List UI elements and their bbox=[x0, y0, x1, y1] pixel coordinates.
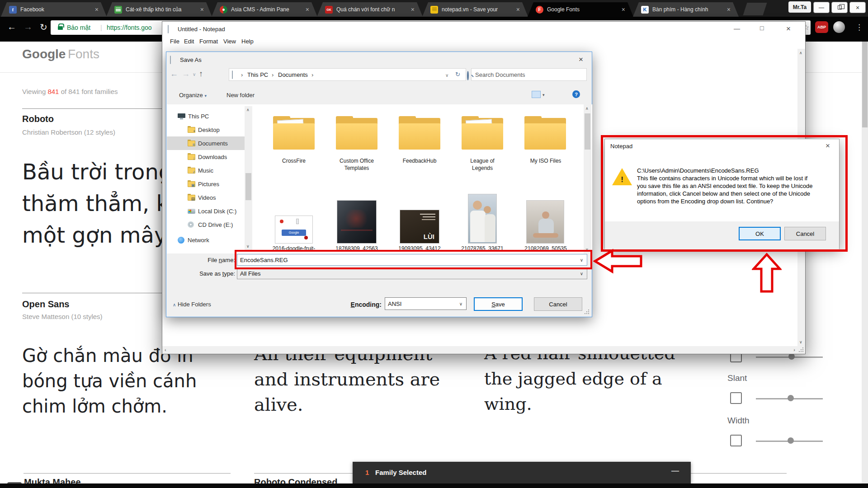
notepad-close-icon[interactable]: × bbox=[786, 24, 791, 33]
scroll-down-icon[interactable]: ∨ bbox=[799, 340, 802, 344]
forward-icon[interactable]: → bbox=[24, 22, 33, 32]
hide-folders-button[interactable]: ∧ Hide Folders bbox=[173, 301, 211, 308]
collapse-bar-icon[interactable]: — bbox=[671, 466, 679, 475]
scroll-up-icon[interactable]: ∧ bbox=[799, 51, 802, 55]
font-name-open-sans[interactable]: Open Sans bbox=[22, 299, 69, 310]
right-sample-line[interactable]: the jagged edge of a bbox=[484, 369, 662, 389]
help-icon[interactable]: ? bbox=[572, 90, 580, 98]
scroll-right-icon[interactable]: › bbox=[793, 347, 795, 352]
dialog-close-icon[interactable]: × bbox=[579, 55, 583, 64]
tab-notepad-vn[interactable]: notepad.vn - Save your × bbox=[422, 2, 528, 17]
sidebar-item-this-pc[interactable]: This PC bbox=[178, 109, 209, 123]
width-checkbox[interactable] bbox=[730, 435, 742, 446]
file-thumbnail-doodle[interactable]: Google bbox=[275, 216, 313, 244]
page-scrollbar-thumb[interactable] bbox=[862, 42, 868, 127]
tab-dan-news[interactable]: Cát-xê thấp khó tin của × bbox=[106, 2, 212, 17]
nav-back-icon[interactable]: ← bbox=[170, 69, 178, 79]
extension-sphere-icon[interactable] bbox=[833, 21, 845, 33]
folder-crossfire[interactable] bbox=[273, 116, 315, 150]
refresh-icon[interactable]: ↻ bbox=[455, 71, 460, 78]
tab-gk-news[interactable]: GK Quá chán với font chữ n × bbox=[317, 2, 423, 17]
scroll-left-icon[interactable]: ‹ bbox=[165, 347, 166, 352]
sidebar-item-pictures[interactable]: ▣Pictures bbox=[188, 177, 219, 191]
organize-button[interactable]: Organize ▾ bbox=[179, 92, 207, 99]
middle-sample-line[interactable]: and instruments are bbox=[254, 369, 440, 389]
back-icon[interactable]: ← bbox=[7, 22, 16, 32]
tab-asia-cms[interactable]: Asia CMS - Admin Pane × bbox=[212, 2, 317, 17]
view-mode-icon[interactable] bbox=[532, 91, 541, 98]
window-minimize-button[interactable]: — bbox=[813, 2, 830, 13]
tab-close-icon[interactable]: × bbox=[95, 6, 99, 13]
roboto-sample-line[interactable]: một gợn mây. bbox=[22, 222, 171, 248]
google-fonts-logo[interactable]: Google Fonts bbox=[22, 47, 99, 61]
sidebar-item-network[interactable]: Network bbox=[178, 233, 209, 247]
nav-history-icon[interactable]: ∨ bbox=[193, 72, 196, 77]
sidebar-scrollbar[interactable]: ∧ ∨ bbox=[245, 106, 252, 250]
sidebar-item-local-disk[interactable]: Local Disk (C:) bbox=[188, 204, 236, 218]
sidebar-item-cd-drive[interactable]: CD Drive (E:) bbox=[188, 218, 233, 231]
browser-menu-icon[interactable]: ⋮ bbox=[855, 23, 863, 32]
adblock-icon[interactable]: ABP bbox=[815, 21, 828, 33]
scroll-up-icon[interactable]: ∧ bbox=[246, 108, 250, 112]
breadcrumb[interactable]: › This PC › Documents › ∨ ↻ bbox=[229, 68, 466, 81]
notepad-minimize-icon[interactable]: — bbox=[734, 25, 740, 32]
notepad-maximize-icon[interactable]: □ bbox=[760, 24, 764, 32]
menu-format[interactable]: Format bbox=[199, 38, 218, 45]
combo-chevron-icon[interactable]: ∨ bbox=[580, 271, 583, 276]
tab-close-icon[interactable]: × bbox=[622, 6, 625, 13]
window-restore-button[interactable] bbox=[831, 2, 848, 13]
file-thumbnail-keyboard[interactable] bbox=[337, 200, 377, 244]
dialog-resize-grip[interactable] bbox=[585, 313, 585, 314]
combo-chevron-icon[interactable]: ∨ bbox=[459, 301, 462, 306]
slant-checkbox[interactable] bbox=[730, 392, 742, 404]
sidebar-item-downloads[interactable]: ↓Downloads bbox=[188, 150, 227, 164]
scrollbar-thumb[interactable] bbox=[585, 113, 590, 150]
tab-keyboard-shop[interactable]: K Bàn phím - Hàng chính × bbox=[633, 2, 739, 17]
search-box[interactable]: Search Documents bbox=[471, 68, 587, 81]
notepad-horizontal-scrollbar[interactable]: ‹ › bbox=[162, 346, 797, 354]
folder-feedbackhub[interactable] bbox=[399, 116, 440, 150]
filter-slider-thumb[interactable] bbox=[788, 353, 795, 360]
encoding-select[interactable]: ANSI ∨ bbox=[385, 297, 467, 310]
new-tab-button[interactable] bbox=[743, 3, 767, 15]
save-button[interactable]: Save bbox=[474, 297, 523, 311]
scrollbar-thumb[interactable] bbox=[245, 173, 251, 200]
breadcrumb-this-pc[interactable]: This PC bbox=[247, 71, 268, 78]
view-mode-caret-icon[interactable]: ▾ bbox=[542, 93, 545, 97]
sidebar-item-music[interactable]: ♪Music bbox=[188, 164, 213, 177]
reload-icon[interactable]: ↻ bbox=[40, 22, 47, 33]
family-selected-bar[interactable]: 1 Family Selected — bbox=[353, 462, 691, 483]
folder-league-of-legends[interactable] bbox=[462, 116, 503, 150]
notepad-resize-corner[interactable] bbox=[797, 346, 805, 354]
scroll-down-icon[interactable]: ∨ bbox=[246, 244, 250, 249]
sidebar-item-videos[interactable]: ▤Videos bbox=[188, 191, 216, 204]
sidebar-item-desktop[interactable]: ▪Desktop bbox=[188, 123, 220, 136]
file-thumbnail-portrait[interactable] bbox=[468, 194, 497, 244]
cancel-button[interactable]: Cancel bbox=[534, 297, 582, 311]
file-thumbnail-sitting[interactable] bbox=[526, 200, 564, 244]
tab-close-icon[interactable]: × bbox=[727, 6, 731, 13]
menu-help[interactable]: Help bbox=[241, 38, 254, 45]
file-thumbnail-poster[interactable]: LÙI bbox=[400, 210, 439, 244]
tab-close-icon[interactable]: × bbox=[200, 6, 204, 13]
middle-sample-line[interactable]: alive. bbox=[254, 394, 303, 415]
width-slider-thumb[interactable] bbox=[788, 437, 794, 444]
tab-close-icon[interactable]: × bbox=[411, 6, 415, 13]
breadcrumb-documents[interactable]: Documents bbox=[278, 71, 308, 78]
nav-up-icon[interactable]: ↑ bbox=[199, 69, 203, 79]
opensans-sample-line[interactable]: chim lởm chởm. bbox=[22, 396, 167, 417]
profile-button[interactable]: Mr.Ta bbox=[788, 1, 811, 13]
right-sample-line[interactable]: wing. bbox=[484, 394, 532, 414]
scroll-up-icon[interactable]: ∧ bbox=[585, 106, 589, 111]
nav-forward-icon[interactable]: → bbox=[182, 69, 190, 79]
crumb-dropdown-icon[interactable]: ∨ bbox=[445, 73, 448, 78]
file-list-scrollbar[interactable]: ∧ ∨ bbox=[584, 104, 591, 253]
tab-google-fonts[interactable]: F Google Fonts × bbox=[528, 2, 633, 17]
new-folder-button[interactable]: New folder bbox=[226, 92, 255, 99]
sidebar-item-documents[interactable]: ≡Documents bbox=[188, 136, 228, 150]
font-name-roboto[interactable]: Roboto bbox=[22, 114, 54, 124]
folder-custom-office-templates[interactable] bbox=[336, 116, 377, 150]
window-close-button[interactable]: × bbox=[849, 2, 866, 13]
folder-my-iso-files[interactable] bbox=[524, 116, 566, 150]
tab-close-icon[interactable]: × bbox=[306, 6, 309, 13]
